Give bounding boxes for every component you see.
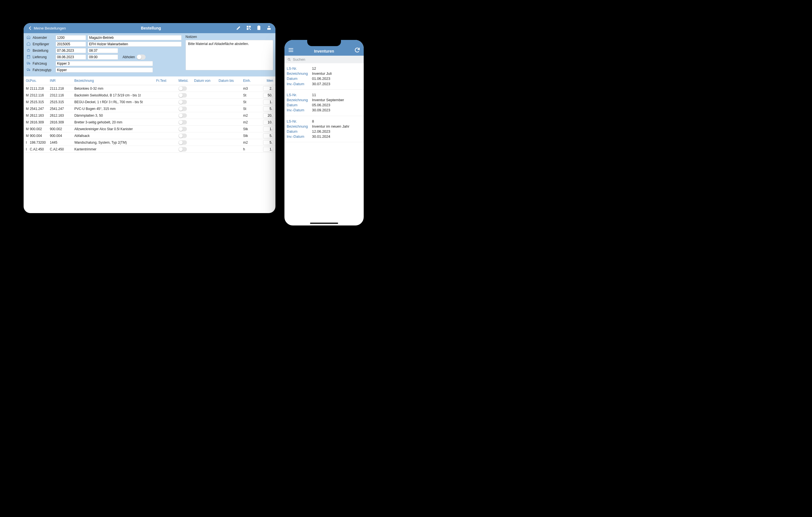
phone-device: Inventuren Suchen LS-Nr.12BezeichnungInv… [281,36,367,229]
fahrzeug-input[interactable] [56,61,153,66]
fahrzeugtyp-label: Fahrzeugtyp [33,68,54,72]
svg-point-10 [27,70,28,71]
notch [307,40,341,46]
back-button[interactable]: Meine Bestellungen [28,26,66,31]
search-placeholder: Suchen [293,57,305,62]
menge-input[interactable] [263,86,273,91]
inventory-list: LS-Nr.12BezeichnungInventur JuliDatum01.… [285,63,364,142]
absender-label: Absender [33,36,54,40]
mietst-toggle[interactable] [178,100,187,104]
notizen-textarea[interactable]: Bitte Material auf Abladefläche abstelle… [185,40,273,70]
mietst-toggle[interactable] [178,93,187,97]
col-fr: Fr.Text [156,79,178,83]
empfaenger-text-input[interactable] [88,41,181,47]
svg-rect-0 [247,26,248,27]
cell-inr: 2816.309 [50,120,74,124]
clipboard-icon[interactable] [256,25,261,31]
back-label: Meine Bestellungen [34,26,66,30]
col-bez: Bezeichnung [75,79,156,83]
table-row[interactable]: M2612.1632612.163Dämmplatten 3, 50m2 [24,112,276,119]
mietst-toggle[interactable] [178,113,187,118]
invdatum-label: Inv.-Datum [287,82,310,87]
menge-input[interactable] [263,147,273,152]
svg-point-11 [29,70,30,71]
mietst-toggle[interactable] [178,134,187,138]
cell-inr: 2612.163 [50,114,74,117]
absender-code-input[interactable] [56,35,86,40]
col-dvon: Datum von [194,79,219,83]
inventory-card[interactable]: LS-Nr.11BezeichnungInventur SeptemberDat… [285,90,364,116]
bez-value: Inventur Juli [312,71,361,76]
inventory-card[interactable]: LS-Nr.12BezeichnungInventur JuliDatum01.… [285,63,364,90]
cell-pos: 2541.247 [30,107,50,111]
cell-bez: Abfallsack [74,134,156,138]
search-input[interactable]: Suchen [285,56,364,63]
table-row[interactable]: I198.732001445Wandschalung, System, Typ … [24,139,276,146]
cell-pos: C.A2.450 [30,147,50,151]
lieferung-date-input[interactable] [56,55,86,60]
table-row[interactable]: M900.004900.004AbfallsackStk [24,133,276,139]
table-row[interactable]: M2816.3092816.309Bretter 3-seitig gehobe… [24,119,276,126]
abholen-toggle[interactable] [137,55,146,60]
mietst-toggle[interactable] [178,140,187,145]
lsnr-label: LS-Nr. [287,119,310,124]
cell-pos: 2612.163 [30,114,50,117]
cell-inr: 2515.315 [50,100,74,104]
menge-input[interactable] [263,126,273,132]
cell-gt: M [26,87,30,90]
empfaenger-label: Empfänger [33,42,54,46]
menge-input[interactable] [263,140,273,145]
invdatum-label: Inv.-Datum [287,108,310,113]
lsnr-value: 11 [312,92,361,97]
table-row[interactable]: M2541.2472541.247PVC-U Bogen 45°, 315 mm… [24,106,276,112]
inventory-card[interactable]: LS-Nr.8BezeichnungInventur im neuen Jahr… [285,116,364,143]
bez-label: Bezeichnung [287,97,310,103]
lsnr-label: LS-Nr. [287,92,310,97]
menge-input[interactable] [263,93,273,98]
basket-icon [26,48,31,53]
absender-text-input[interactable] [88,35,181,40]
qr-icon[interactable] [246,25,251,31]
menu-icon[interactable] [288,47,294,54]
cell-inr: 900.004 [50,134,74,138]
svg-point-8 [27,63,28,64]
cell-gt: M [26,93,30,97]
table-row[interactable]: IC.A2.450C.A2.450Kantentrimmerh [24,146,276,153]
mietst-toggle[interactable] [178,86,187,91]
menge-input[interactable] [263,133,273,138]
menge-input[interactable] [263,99,273,105]
cell-bez: PVC-U Bogen 45°, 315 mm [74,107,156,111]
table-row[interactable]: M2111.2182111.218Betonkies 0-32 mmm3 [24,85,276,92]
table-row[interactable]: M2515.3152515.315BEGU-Deckel, 1 t RD/ 3 … [24,99,276,106]
cell-einh: St [243,107,261,111]
table-row[interactable]: M2312.1162312.116Backstein SwissModul, B… [24,92,276,99]
col-einh: Einh. [243,79,261,83]
order-form: Absender Empfänger Bestellung Lieferung [24,33,276,77]
menge-input[interactable] [263,113,273,118]
refresh-icon[interactable] [354,47,360,54]
table-row[interactable]: M900.002900.002Allzweckreiniger Alco Sta… [24,126,276,133]
lieferung-time-input[interactable] [88,55,118,60]
mietst-toggle[interactable] [178,147,187,151]
bestellung-date-input[interactable] [56,48,86,53]
svg-point-12 [288,58,290,60]
cell-einh: m2 [243,141,261,144]
chevron-left-icon [28,26,33,31]
col-gt: Gt. [26,79,30,83]
mietst-toggle[interactable] [178,107,187,111]
abholen-label: Abholen [122,55,135,59]
cell-bez: Bretter 3-seitig gehobelt, 20 mm [74,120,156,124]
menge-input[interactable] [263,106,273,111]
share-icon[interactable] [266,25,271,31]
mietst-toggle[interactable] [178,127,187,131]
lsnr-value: 12 [312,66,361,71]
cell-inr: 2111.218 [50,87,74,90]
mietst-toggle[interactable] [178,120,187,124]
empfaenger-code-input[interactable] [56,41,86,47]
edit-icon[interactable] [236,25,241,31]
cell-einh: m2 [243,114,261,117]
cell-einh: h [243,147,261,151]
bestellung-time-input[interactable] [88,48,118,53]
menge-input[interactable] [263,120,273,125]
fahrzeugtyp-input[interactable] [56,67,153,73]
